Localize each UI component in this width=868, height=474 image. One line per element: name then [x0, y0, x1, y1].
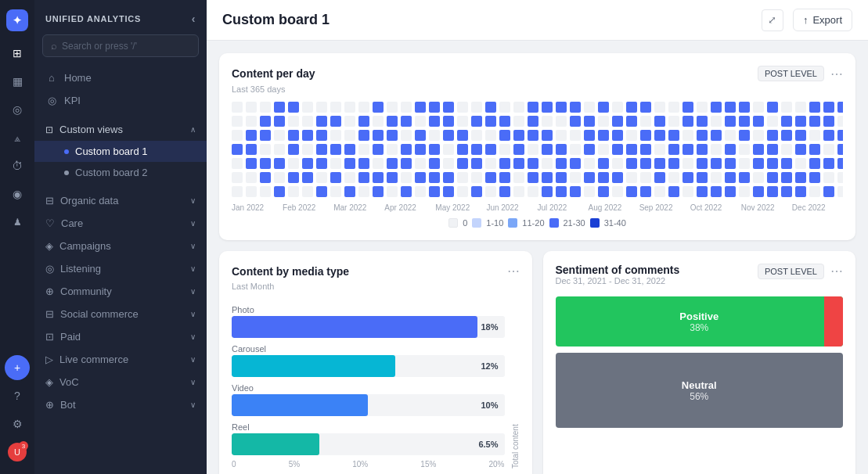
heatmap-cell-6-18	[485, 186, 496, 197]
heatmap-cell-3-13	[415, 144, 426, 155]
heatmap-cell-5-8	[344, 172, 355, 183]
heatmap-cell-4-17	[471, 158, 482, 169]
heatmap-cell-6-36	[739, 186, 750, 197]
heatmap-cell-0-0	[232, 102, 243, 113]
nav-section-voc[interactable]: ◈ VoC ∨	[34, 371, 207, 393]
sidebar-icon-layers[interactable]: ⟁	[5, 125, 30, 150]
card-menu-content-per-day[interactable]: ⋯	[830, 66, 843, 81]
settings-button[interactable]: ⚙	[5, 411, 30, 436]
x-5: 5%	[289, 460, 300, 469]
social-commerce-icon: ⊟	[45, 308, 54, 320]
post-level-button[interactable]: POST LEVEL	[758, 66, 824, 81]
heatmap-cell-3-20	[513, 144, 524, 155]
nav-section-campaigns[interactable]: ◈ Campaigns ∨	[34, 235, 207, 257]
bar-value-carousel: 12%	[481, 361, 498, 371]
heatmap-cell-0-8	[344, 102, 355, 113]
sentiment-post-level-button[interactable]: POST LEVEL	[758, 264, 824, 279]
heatmap-cell-2-3	[274, 130, 285, 141]
heatmap-cell-6-0	[232, 186, 243, 197]
bar-track-video: 10%	[232, 394, 505, 416]
heatmap-cell-1-5	[302, 116, 313, 127]
heatmap-cell-2-25	[584, 130, 595, 141]
sidebar-icon-activity[interactable]: ⏱	[5, 153, 30, 178]
heatmap-cell-6-41	[809, 186, 820, 197]
sidebar-icon-dashboard[interactable]: ⊞	[5, 41, 30, 66]
heatmap-cell-2-28	[626, 130, 637, 141]
app-name: UNIFIED ANALYTICS	[45, 14, 141, 23]
nav-section-listening[interactable]: ◎ Listening ∨	[34, 257, 207, 280]
export-button[interactable]: ↑ Export	[793, 9, 852, 31]
search-box[interactable]: ⌕	[42, 34, 199, 57]
x-axis: 0 5% 10% 15% 20%	[232, 460, 505, 469]
heatmap-cell-1-31	[668, 116, 679, 127]
add-button[interactable]: +	[5, 355, 30, 380]
heatmap-grid	[232, 102, 843, 199]
nav-section-social-commerce[interactable]: ⊟ Social commerce ∨	[34, 303, 207, 325]
nav-section-organic-data[interactable]: ⊟ Organic data ∨	[34, 189, 207, 212]
sidebar-icon-users[interactable]: ♟	[5, 210, 30, 235]
heatmap-cell-1-37	[753, 116, 764, 127]
card-menu-media[interactable]: ⋯	[507, 264, 520, 278]
heatmap-cell-5-18	[485, 172, 496, 183]
heatmap-cell-4-16	[457, 158, 468, 169]
sentiment-title: Sentiment of comments	[556, 264, 680, 276]
nav-item-kpi[interactable]: ◎ KPI	[34, 89, 207, 112]
nav-section-live-commerce[interactable]: ▷ Live commerce ∨	[34, 348, 207, 371]
heatmap-cell-3-43	[837, 144, 843, 155]
search-input[interactable]	[62, 41, 190, 52]
sidebar-icon-target[interactable]: ◎	[5, 97, 30, 122]
sidebar-icon-eye[interactable]: ◉	[5, 181, 30, 206]
heatmap-cell-1-29	[640, 116, 651, 127]
nav-section-paid[interactable]: ⊡ Paid ∨	[34, 325, 207, 348]
card-menu-sentiment[interactable]: ⋯	[830, 264, 843, 278]
nav-section-community[interactable]: ⊕ Community ∨	[34, 280, 207, 303]
sidebar-icon-analytics[interactable]: ▦	[5, 69, 30, 94]
heatmap-cell-6-28	[626, 186, 637, 197]
bar-chart: Photo 18% Carousel 12%	[232, 305, 505, 455]
sentiment-positive-pct: 38%	[690, 322, 708, 333]
paid-chevron: ∨	[190, 332, 196, 341]
heatmap-cell-5-40	[795, 172, 806, 183]
collapse-icon[interactable]: ‹	[192, 13, 196, 25]
app-logo[interactable]: ✦	[6, 9, 28, 31]
heatmap-cell-1-41	[809, 116, 820, 127]
card-header-content-per-day: Content per day POST LEVEL ⋯	[232, 66, 843, 81]
month-feb: Feb 2022	[283, 203, 333, 212]
sidebar-item-custom-board-2[interactable]: Custom board 2	[34, 162, 207, 183]
bar-label-carousel: Carousel	[232, 344, 505, 354]
heatmap-cell-5-28	[626, 172, 637, 183]
live-commerce-label: Live commerce	[59, 354, 184, 365]
export-icon: ↑	[803, 14, 809, 26]
active-dot	[64, 149, 69, 154]
heatmap-cell-2-14	[429, 130, 440, 141]
heatmap-cell-6-8	[344, 186, 355, 197]
heatmap-cell-4-28	[626, 158, 637, 169]
nav-section-bot[interactable]: ⊕ Bot ∨	[34, 393, 207, 416]
heatmap-cell-5-36	[739, 172, 750, 183]
sentiment-card: Sentiment of comments Dec 31, 2021 - Dec…	[543, 251, 856, 474]
heatmap-cell-6-33	[697, 186, 708, 197]
heatmap-cell-4-36	[739, 158, 750, 169]
heatmap-cell-5-32	[683, 172, 693, 183]
bar-fill-reel	[232, 433, 319, 455]
custom-views-header[interactable]: ⊡ Custom views ∧	[34, 118, 207, 141]
heatmap-cell-6-9	[358, 186, 369, 197]
heatmap-cell-4-40	[795, 158, 806, 169]
legend-3-box	[549, 218, 559, 228]
bar-label-photo: Photo	[232, 305, 505, 314]
sentiment-positive-red-bar	[824, 296, 843, 347]
help-button[interactable]: ?	[5, 383, 30, 408]
avatar-button[interactable]: U 3	[5, 440, 30, 465]
heatmap-cell-0-3	[274, 102, 285, 113]
nav-item-home[interactable]: ⌂ Home	[34, 66, 207, 89]
heatmap-cell-2-30	[654, 130, 665, 141]
heatmap-cell-5-21	[528, 172, 538, 183]
heatmap-cell-4-22	[542, 158, 553, 169]
sidebar-item-custom-board-1[interactable]: Custom board 1	[34, 141, 207, 162]
heatmap-cell-4-24	[570, 158, 581, 169]
expand-button[interactable]: ⤢	[762, 9, 783, 31]
nav-section-care[interactable]: ♡ Care ∨	[34, 212, 207, 235]
bar-fill-video	[232, 394, 368, 416]
heatmap-cell-6-29	[640, 186, 651, 197]
heatmap-cell-4-37	[753, 158, 764, 169]
